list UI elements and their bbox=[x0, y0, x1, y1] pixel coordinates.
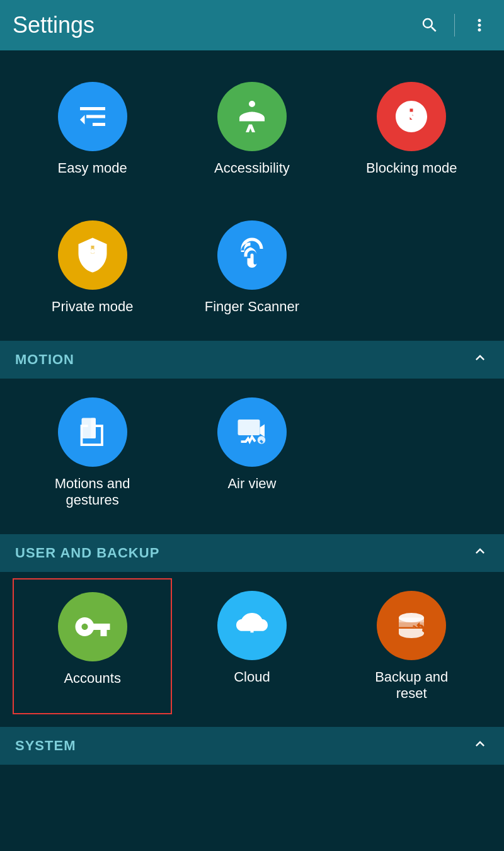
user-backup-row: Accounts Cloud Backup and bbox=[0, 572, 504, 728]
motion-section-header[interactable]: MOTION bbox=[0, 341, 504, 379]
accounts-item[interactable]: Accounts bbox=[13, 578, 172, 715]
search-button[interactable] bbox=[418, 13, 442, 37]
header-divider bbox=[454, 14, 455, 37]
more-options-icon bbox=[470, 16, 489, 35]
motions-gestures-label: Motions andgestures bbox=[55, 476, 130, 509]
security-top-row: Easy mode Accessibility Blocking mode bbox=[0, 63, 504, 202]
backup-reset-icon bbox=[392, 607, 430, 644]
motions-gestures-circle bbox=[58, 397, 127, 467]
private-mode-label: Private mode bbox=[52, 299, 134, 315]
security-bottom-row: Private mode Finger Scanner bbox=[0, 202, 504, 340]
motions-gestures-item[interactable]: Motions andgestures bbox=[13, 385, 172, 522]
motion-chevron-icon bbox=[471, 349, 489, 370]
finger-scanner-icon bbox=[233, 236, 271, 274]
private-mode-icon bbox=[74, 236, 112, 274]
user-backup-chevron-icon bbox=[471, 542, 489, 564]
accounts-icon bbox=[74, 608, 112, 646]
accounts-circle bbox=[58, 592, 127, 661]
backup-reset-circle bbox=[377, 591, 446, 660]
more-options-button[interactable] bbox=[467, 13, 491, 37]
private-mode-circle bbox=[58, 220, 127, 290]
accessibility-item[interactable]: Accessibility bbox=[172, 69, 331, 189]
finger-scanner-circle bbox=[217, 220, 287, 290]
cloud-icon bbox=[233, 607, 271, 644]
user-backup-section-title: USER AND BACKUP bbox=[15, 545, 159, 561]
air-view-item[interactable]: Air view bbox=[172, 385, 331, 522]
motion-section-title: MOTION bbox=[15, 351, 74, 368]
app-header: Settings bbox=[0, 0, 504, 50]
system-section-title: SYSTEM bbox=[15, 738, 76, 754]
accessibility-icon bbox=[233, 98, 271, 135]
backup-reset-item[interactable]: Backup andreset bbox=[332, 578, 491, 715]
svg-rect-7 bbox=[399, 617, 424, 622]
air-view-label: Air view bbox=[227, 476, 276, 492]
air-view-icon bbox=[233, 413, 271, 451]
motions-gestures-icon bbox=[74, 413, 112, 451]
system-chevron-icon bbox=[471, 735, 489, 757]
system-section-header[interactable]: SYSTEM bbox=[0, 727, 504, 765]
motion-row: Motions andgestures Air view bbox=[0, 379, 504, 534]
accessibility-label: Accessibility bbox=[214, 160, 290, 176]
accessibility-circle bbox=[217, 82, 287, 151]
air-view-circle bbox=[217, 397, 287, 467]
blocking-mode-circle bbox=[377, 82, 446, 151]
easy-mode-icon bbox=[74, 98, 112, 135]
backup-reset-label: Backup andreset bbox=[375, 669, 448, 702]
user-backup-section-header[interactable]: USER AND BACKUP bbox=[0, 534, 504, 572]
accounts-label: Accounts bbox=[64, 670, 121, 687]
svg-rect-3 bbox=[91, 418, 96, 438]
easy-mode-item[interactable]: Easy mode bbox=[13, 69, 172, 189]
header-actions bbox=[418, 13, 491, 37]
svg-rect-0 bbox=[86, 254, 99, 263]
blocking-mode-label: Blocking mode bbox=[366, 160, 457, 176]
cloud-label: Cloud bbox=[234, 669, 270, 685]
settings-content: Easy mode Accessibility Blocking mode bbox=[0, 50, 504, 777]
finger-scanner-label: Finger Scanner bbox=[205, 299, 299, 315]
easy-mode-circle bbox=[58, 82, 127, 151]
svg-rect-4 bbox=[238, 420, 260, 435]
page-title: Settings bbox=[13, 12, 94, 38]
blocking-mode-item[interactable]: Blocking mode bbox=[332, 69, 491, 189]
cloud-circle bbox=[217, 591, 287, 660]
private-mode-item[interactable]: Private mode bbox=[13, 208, 172, 328]
search-icon bbox=[420, 16, 439, 35]
cloud-item[interactable]: Cloud bbox=[172, 578, 331, 715]
finger-scanner-item[interactable]: Finger Scanner bbox=[172, 208, 331, 328]
blocking-mode-icon bbox=[392, 98, 430, 135]
easy-mode-label: Easy mode bbox=[58, 160, 127, 176]
